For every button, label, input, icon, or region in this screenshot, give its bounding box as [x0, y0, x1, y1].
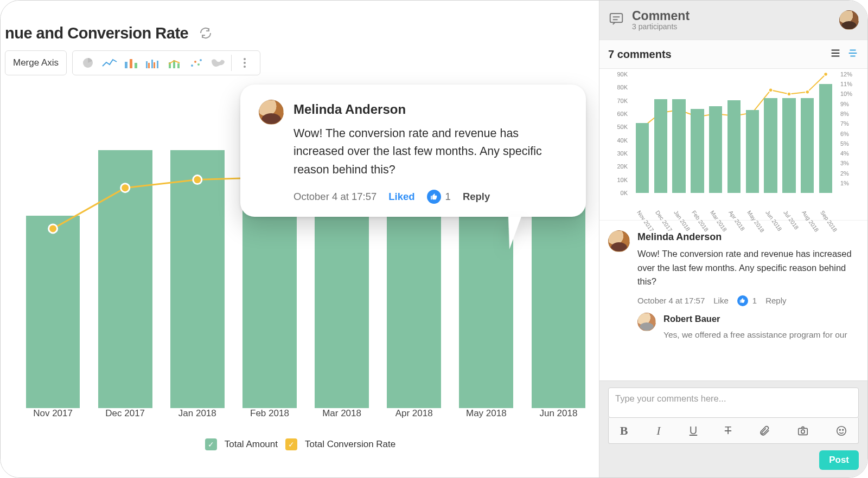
thumb-up-icon — [427, 190, 441, 204]
more-options-icon[interactable] — [235, 53, 254, 73]
chart-toolbar: Merge Axis — [5, 50, 260, 75]
comment-panel-toolbar: 7 comments — [599, 40, 867, 69]
chart-type-pie-icon[interactable] — [78, 53, 98, 73]
popover-reply-button[interactable]: Reply — [463, 191, 490, 203]
composer-toolbar: B I U T — [608, 418, 859, 444]
mini-ytick-right: 2% — [840, 170, 849, 177]
chart-type-grouped-bar-icon[interactable] — [143, 53, 163, 73]
strikethrough-icon[interactable]: T — [724, 424, 732, 437]
chart-type-scatter-icon[interactable] — [187, 53, 206, 73]
svg-rect-5 — [148, 63, 150, 68]
svg-rect-4 — [146, 61, 148, 68]
mini-ytick-left: 90K — [617, 71, 628, 77]
popover-text: Wow! The conversion rate and revenue has… — [293, 125, 567, 179]
underline-icon[interactable]: U — [689, 424, 698, 437]
bold-icon[interactable]: B — [620, 424, 628, 438]
view-align-icon[interactable] — [847, 47, 859, 61]
xaxis-label: Dec 2017 — [89, 408, 161, 430]
svg-rect-1 — [125, 62, 127, 68]
refresh-icon[interactable] — [199, 27, 212, 40]
merge-axis-label: Merge Axis — [13, 57, 59, 68]
mini-ytick-left: 40K — [617, 137, 628, 144]
mini-ytick-left: 10K — [617, 177, 628, 183]
thumb-up-icon — [737, 295, 748, 306]
svg-point-14 — [197, 63, 200, 66]
xaxis-label: Jan 2018 — [161, 408, 233, 430]
chart-type-line-icon[interactable] — [100, 53, 119, 73]
mini-ytick-right: 5% — [840, 140, 849, 147]
comment-reply-item: Robert Bauer Yes, we offered a free assi… — [608, 313, 859, 341]
comment-like-button[interactable]: Like — [713, 296, 729, 305]
mini-ytick-right: 6% — [840, 131, 849, 137]
chart-type-map-icon[interactable] — [208, 53, 228, 73]
xaxis-label: Feb 2018 — [233, 408, 305, 430]
mini-ytick-left: 80K — [617, 84, 628, 91]
svg-rect-7 — [154, 62, 155, 68]
popover-liked-button[interactable]: Liked — [388, 191, 414, 203]
post-button[interactable]: Post — [819, 450, 859, 470]
mini-bar — [672, 99, 685, 193]
svg-point-44 — [837, 426, 846, 435]
attachment-icon[interactable] — [758, 425, 770, 437]
merge-axis-button[interactable]: Merge Axis — [5, 50, 67, 75]
reply-text: Yes, we offered a free assistance progra… — [663, 328, 859, 341]
xaxis-label: Apr 2018 — [378, 408, 450, 430]
svg-point-17 — [244, 62, 246, 64]
svg-rect-8 — [157, 61, 158, 68]
comment-bubble-icon — [608, 11, 624, 29]
report-title: nue and Conversion Rate — [5, 24, 188, 42]
comment-text: Wow! The conversion rate and revenue has… — [637, 247, 859, 289]
comment-like-count[interactable]: 1 — [737, 295, 757, 306]
comment-panel-subtitle: 3 participants — [632, 22, 832, 31]
main-chart-legend: ✓ Total Amount ✓ Total Conversion Rate — [1, 438, 600, 450]
mini-ytick-right: 3% — [840, 160, 849, 166]
legend-label-conversion: Total Conversion Rate — [305, 439, 395, 450]
mini-chart[interactable]: 0K10K20K30K40K50K60K70K80K90K 1%2%3%4%5%… — [599, 69, 867, 221]
popover-like-count[interactable]: 1 — [427, 190, 451, 204]
mini-bar — [654, 99, 667, 193]
mini-ytick-left: 20K — [617, 163, 628, 170]
mini-ytick-right: 9% — [840, 101, 849, 107]
svg-point-40 — [806, 90, 809, 94]
popover-avatar — [259, 100, 284, 125]
camera-icon[interactable] — [796, 425, 809, 437]
svg-rect-2 — [130, 59, 132, 68]
mini-bar — [764, 98, 777, 193]
mini-ytick-right: 11% — [840, 81, 852, 87]
main-chart-xaxis: Nov 2017Dec 2017Jan 2018Feb 2018Mar 2018… — [17, 408, 595, 430]
svg-point-41 — [824, 73, 828, 76]
mini-ytick-left: 50K — [617, 124, 628, 130]
toolbar-separator — [231, 55, 232, 71]
mini-ytick-left: 60K — [617, 111, 628, 117]
comment-item: Melinda Anderson Wow! The conversion rat… — [608, 230, 859, 306]
comment-panel-header: Comment 3 participants — [599, 1, 867, 40]
comment-input[interactable]: Type your comments here... — [608, 387, 859, 418]
mini-bar — [819, 84, 832, 193]
chart-type-combo-icon[interactable] — [165, 53, 184, 73]
svg-point-16 — [244, 58, 246, 60]
legend-swatch-conversion: ✓ — [285, 438, 297, 450]
mini-ytick-right: 4% — [840, 150, 849, 157]
comment-like-count-value: 1 — [752, 296, 757, 305]
svg-point-19 — [49, 224, 58, 233]
popover-time: October 4 at 17:57 — [293, 191, 376, 203]
comment-reply-button[interactable]: Reply — [765, 296, 786, 305]
mini-ytick-right: 7% — [840, 120, 849, 127]
xaxis-label: Nov 2017 — [17, 408, 89, 430]
emoji-icon[interactable] — [835, 425, 847, 437]
reply-avatar — [637, 313, 656, 331]
chart-type-bar-icon[interactable] — [122, 53, 141, 73]
svg-point-13 — [194, 61, 196, 63]
svg-point-46 — [843, 429, 844, 430]
svg-rect-42 — [799, 428, 808, 435]
svg-point-39 — [787, 92, 791, 96]
legend-swatch-amount: ✓ — [205, 438, 217, 450]
italic-icon[interactable]: I — [654, 424, 663, 438]
svg-rect-22 — [610, 14, 623, 22]
legend-label-amount: Total Amount — [225, 439, 278, 450]
comment-time: October 4 at 17:57 — [637, 296, 705, 305]
svg-rect-3 — [135, 63, 137, 68]
view-list-icon[interactable] — [829, 47, 841, 61]
mini-bar — [746, 110, 759, 193]
current-user-avatar[interactable] — [839, 10, 859, 30]
